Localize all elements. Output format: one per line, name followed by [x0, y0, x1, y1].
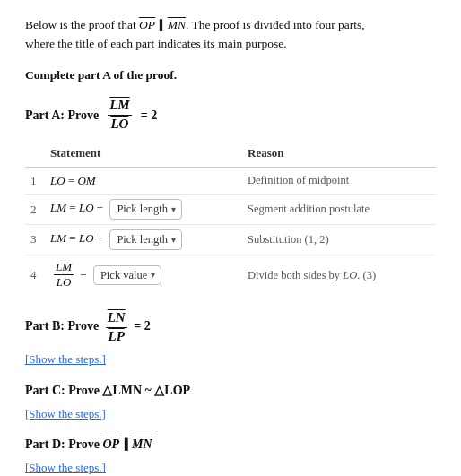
pick-length-label-3: Pick length: [117, 231, 168, 248]
table-row: 1 LO = OM Definition of midpoint: [25, 167, 436, 195]
col-reason-header: Reason: [242, 142, 436, 167]
parallel-text: ∥: [158, 18, 167, 31]
part-b-fraction: LN LP: [106, 309, 127, 345]
pick-length-dropdown-3[interactable]: Pick length ▾: [109, 229, 182, 250]
pick-value-label-4: Pick value: [100, 267, 147, 284]
part-c-label: Part C: Prove △LMN ~ △LOP: [25, 384, 190, 397]
row4-frac-numer: LM: [54, 260, 74, 276]
complete-instruction: Complete part A of the proof.: [25, 66, 436, 84]
table-row: 2 LM = LO + Pick length ▾ Segment additi…: [25, 195, 436, 225]
part-b-header: Part B: Prove LN LP = 2: [25, 309, 436, 345]
part-b-show-steps[interactable]: [Show the steps.]: [25, 351, 106, 368]
pick-length-dropdown-2[interactable]: Pick length ▾: [109, 199, 182, 220]
table-row: 3 LM = LO + Pick length ▾ Substitution (…: [25, 224, 436, 255]
part-c-show-steps[interactable]: [Show the steps.]: [25, 405, 106, 423]
row-num-3: 3: [25, 224, 45, 255]
part-b-frac-denom: LP: [106, 328, 126, 346]
intro-paragraph: Below is the proof that OP ∥ MN. The pro…: [25, 16, 436, 54]
intro-line2: where the title of each part indicates i…: [25, 37, 287, 50]
chevron-down-icon-4: ▾: [151, 268, 155, 281]
statement-1: LO = OM: [45, 167, 242, 195]
part-a-fraction: LM LO: [108, 97, 132, 133]
part-d-mn: MN: [132, 437, 152, 451]
row-num-1: 1: [25, 167, 45, 195]
reason-1: Definition of midpoint: [242, 167, 436, 195]
part-b-label: Part B: Prove: [25, 320, 99, 333]
statement-4: LM LO = Pick value ▾: [45, 255, 242, 295]
part-a-label: Part A: Prove: [25, 106, 99, 125]
part-d-op: OP: [102, 437, 119, 451]
statement-2: LM = LO + Pick length ▾: [45, 195, 242, 225]
proof-table: Statement Reason 1 LO = OM Definition of…: [25, 142, 436, 295]
intro-text-before: Below is the proof that: [25, 18, 136, 31]
pick-length-label-2: Pick length: [117, 201, 168, 218]
part-d-parallel: ∥: [123, 437, 133, 451]
part-d-label: Part D: Prove: [25, 437, 100, 451]
part-d-header: Part D: Prove OP ∥ MN: [25, 435, 436, 454]
mn-overline: MN: [168, 18, 186, 31]
col-num-header: [25, 142, 45, 167]
chevron-down-icon: ▾: [171, 203, 176, 216]
table-row: 4 LM LO = Pick value ▾ Divide both sides…: [25, 255, 436, 295]
frac-numer: LM: [108, 97, 132, 116]
row4-frac-denom: LO: [55, 275, 74, 290]
statement-3: LM = LO + Pick length ▾: [45, 224, 242, 255]
part-a-header: Part A: Prove LM LO = 2: [25, 97, 436, 133]
row-num-2: 2: [25, 195, 45, 225]
col-statement-header: Statement: [45, 142, 242, 167]
pick-value-dropdown-4[interactable]: Pick value ▾: [93, 265, 161, 286]
part-b-frac-numer: LN: [106, 309, 127, 328]
part-d-show-steps[interactable]: [Show the steps.]: [25, 459, 106, 476]
part-c-header: Part C: Prove △LMN ~ △LOP: [25, 381, 436, 400]
chevron-down-icon-3: ▾: [171, 233, 176, 247]
reason-4: Divide both sides by LO. (3): [242, 255, 436, 295]
row-num-4: 4: [25, 255, 45, 295]
row4-fraction: LM LO: [54, 260, 74, 291]
part-a-equals: = 2: [141, 106, 157, 125]
part-b-equals: = 2: [134, 320, 150, 333]
frac-denom: LO: [109, 116, 130, 134]
op-overline: OP: [139, 18, 155, 31]
reason-2: Segment addition postulate: [242, 195, 436, 225]
intro-text-after: . The proof is divided into four parts,: [186, 18, 365, 31]
reason-3: Substitution (1, 2): [242, 224, 436, 255]
